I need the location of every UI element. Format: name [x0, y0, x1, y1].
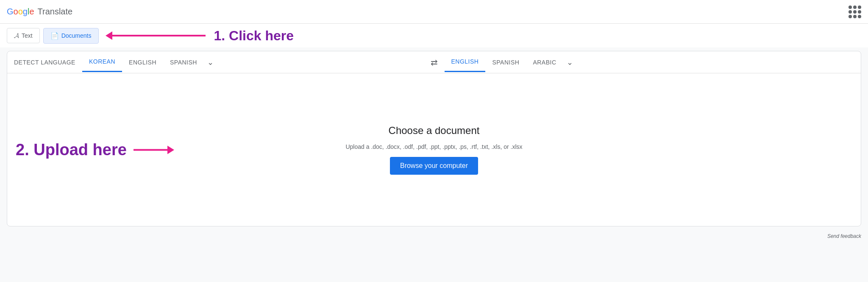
- translate-label: Translate: [38, 7, 73, 17]
- lang-korean[interactable]: KOREAN: [82, 52, 122, 72]
- documents-tab-label: Documents: [61, 32, 92, 39]
- upload-area: 2. Upload here Choose a document Upload …: [7, 73, 861, 226]
- lang-spanish-src[interactable]: SPANISH: [163, 53, 204, 72]
- document-icon: 📄: [50, 32, 59, 40]
- lang-arabic-tgt[interactable]: ARABIC: [526, 53, 563, 72]
- annotation-1-text: 1. Click here: [214, 28, 294, 44]
- annotation-2: 2. Upload here: [7, 141, 174, 159]
- source-lang-dropdown[interactable]: ⌄: [204, 52, 217, 73]
- google-translate-logo: Google Translate: [7, 7, 72, 17]
- annotation-2-arrow-head: [167, 145, 174, 154]
- translate-icon: 𝓐: [14, 32, 19, 39]
- lang-detect[interactable]: DETECT LANGUAGE: [7, 53, 82, 72]
- source-lang-group: DETECT LANGUAGE KOREAN ENGLISH SPANISH ⌄: [7, 52, 424, 73]
- language-bar: DETECT LANGUAGE KOREAN ENGLISH SPANISH ⌄…: [7, 51, 861, 73]
- annotation-2-arrow-line: [134, 149, 167, 151]
- tab-bar: 𝓐 Text 📄 Documents 1. Click here: [0, 24, 868, 47]
- text-tab-button[interactable]: 𝓐 Text: [7, 28, 40, 43]
- main-content: DETECT LANGUAGE KOREAN ENGLISH SPANISH ⌄…: [0, 47, 868, 230]
- target-lang-dropdown[interactable]: ⌄: [563, 52, 576, 73]
- arrow-head-left-icon: [106, 31, 112, 40]
- lang-english-tgt[interactable]: ENGLISH: [445, 52, 486, 72]
- google-apps-icon[interactable]: [849, 6, 861, 18]
- upload-title: Choose a document: [389, 125, 480, 137]
- arrow-line: [112, 35, 206, 36]
- upload-subtitle: Upload a .doc, .docx, .odf, .pdf, .ppt, …: [345, 143, 522, 150]
- text-tab-label: Text: [22, 32, 33, 39]
- footer: Send feedback: [0, 230, 868, 243]
- translator-card: DETECT LANGUAGE KOREAN ENGLISH SPANISH ⌄…: [7, 51, 861, 226]
- annotation-1: 1. Click here: [106, 28, 294, 44]
- target-lang-group: ENGLISH SPANISH ARABIC ⌄: [445, 52, 861, 73]
- send-feedback-link[interactable]: Send feedback: [827, 233, 861, 239]
- lang-spanish-tgt[interactable]: SPANISH: [485, 53, 526, 72]
- swap-languages-button[interactable]: ⇄: [424, 54, 445, 71]
- swap-icon: ⇄: [431, 57, 438, 67]
- documents-tab-button[interactable]: 📄 Documents: [43, 28, 99, 44]
- lang-english-src[interactable]: ENGLISH: [122, 53, 163, 72]
- google-logo-text: Google: [7, 7, 34, 17]
- annotation-2-text: 2. Upload here: [16, 141, 127, 159]
- header: Google Translate: [0, 0, 868, 24]
- browse-computer-button[interactable]: Browse your computer: [390, 157, 478, 175]
